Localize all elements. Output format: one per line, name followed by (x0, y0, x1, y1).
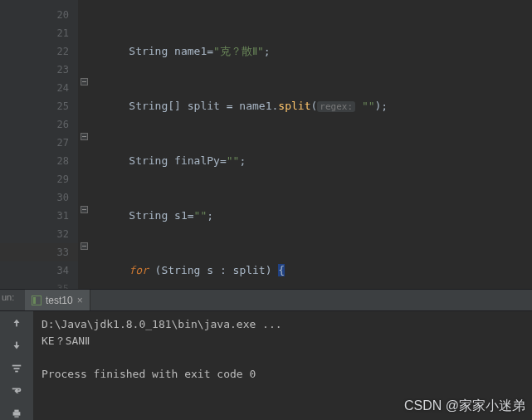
code-line[interactable]: String finalPy=""; (103, 152, 466, 170)
print-icon[interactable] (10, 408, 23, 420)
run-panel: un: test10 × D:\Java\jdk1.8.0_181\bin\ja… (0, 289, 532, 420)
run-config-icon (32, 295, 41, 305)
svg-rect-3 (14, 368, 20, 369)
svg-rect-0 (16, 323, 17, 326)
console-line: Process finished with exit code 0 (41, 368, 256, 380)
fold-column (78, 0, 93, 289)
line-number: 33 (0, 243, 78, 261)
code-editor[interactable]: 20 21 22 23 24 25 26 27 28 29 30 31 32 3… (0, 0, 532, 289)
code-line[interactable]: for (String s : split) { (103, 261, 466, 280)
step-down-icon[interactable] (10, 339, 23, 351)
fold-toggle-icon[interactable] (81, 133, 88, 140)
line-number: 30 (0, 188, 78, 207)
line-number: 32 (0, 225, 78, 243)
line-number: 27 (0, 134, 78, 152)
console-line: KE？SANⅡ (41, 335, 90, 347)
svg-rect-1 (16, 342, 17, 345)
line-number: 26 (0, 115, 78, 134)
line-number: 25 (0, 97, 78, 115)
param-hint: regex: (317, 101, 355, 112)
line-number: 23 (0, 61, 78, 79)
line-number: 28 (0, 152, 78, 170)
line-number: 21 (0, 24, 78, 42)
svg-rect-5 (13, 413, 21, 416)
code-area[interactable]: String name1="克？散Ⅱ"; String[] split = na… (78, 0, 466, 289)
fold-toggle-icon[interactable] (81, 242, 88, 250)
line-number: 31 (0, 207, 78, 225)
line-number-gutter: 20 21 22 23 24 25 26 27 28 29 30 31 32 3… (0, 0, 78, 289)
code-line[interactable]: String[] split = name1.split(regex: ""); (103, 97, 466, 115)
console-line: D:\Java\jdk1.8.0_181\bin\java.exe ... (41, 318, 282, 330)
run-label: un: (2, 292, 14, 302)
code-line[interactable]: String name1="克？散Ⅱ"; (103, 42, 466, 61)
svg-rect-7 (14, 416, 18, 418)
wrap-icon[interactable] (10, 384, 23, 397)
fold-toggle-icon[interactable] (81, 78, 88, 85)
line-number: 22 (0, 42, 78, 61)
code-line[interactable]: String s1=""; (103, 207, 466, 225)
svg-rect-6 (14, 410, 18, 413)
close-icon[interactable]: × (77, 295, 83, 306)
run-tab-bar: test10 × (0, 290, 532, 311)
run-tab-label: test10 (46, 295, 73, 306)
line-number: 34 (0, 261, 78, 280)
line-number: 29 (0, 170, 78, 188)
run-tab[interactable]: test10 × (25, 290, 90, 310)
line-number: 24 (0, 79, 78, 97)
step-up-icon[interactable] (10, 316, 23, 329)
fold-toggle-icon[interactable] (81, 206, 88, 213)
filter-icon[interactable] (10, 362, 23, 374)
line-number: 20 (0, 6, 78, 24)
svg-rect-4 (15, 370, 18, 372)
svg-rect-2 (12, 364, 22, 366)
run-toolbar (0, 311, 33, 420)
console-output[interactable]: D:\Java\jdk1.8.0_181\bin\java.exe ... KE… (33, 311, 532, 420)
